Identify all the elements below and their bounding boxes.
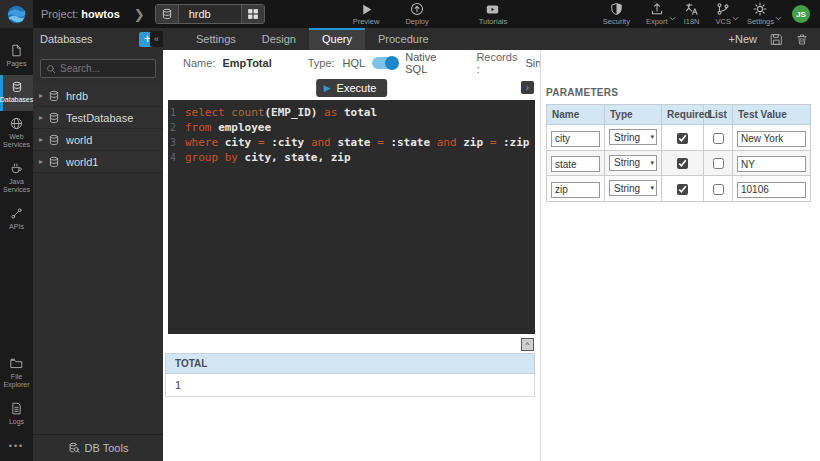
vcs-button[interactable]: VCS [715,2,730,26]
app-logo-icon[interactable] [0,0,33,28]
sidebar-item-label: APIs [9,223,24,231]
caret-right-icon[interactable]: ▸ [39,113,48,122]
type-option-hql[interactable]: HQL [343,57,366,69]
parameters-panel: PARAMETERS NameTypeRequiredListTest Valu… [540,50,820,461]
project-label: Project: [41,8,78,20]
param-required-checkbox[interactable] [677,158,688,169]
line-number: 3 [168,135,185,150]
param-type-select[interactable]: String▾ [609,129,657,145]
line-number: 1 [168,105,185,120]
tab-procedure[interactable]: Procedure [365,28,442,50]
sidebar-item-pages[interactable]: Pages [0,38,33,75]
collapse-panel-button[interactable]: « [150,31,163,47]
sidebar-item-apis[interactable]: APIs [0,201,33,238]
caret-right-icon[interactable]: ▸ [39,157,48,166]
topbar: Project:howtos ❯ hrdb PreviewDeployTutor… [0,0,820,28]
code-line: 2from employee [168,120,535,135]
sidebar-item-databases[interactable]: Databases [0,75,33,111]
parameter-row-zip: String▾ [547,176,811,202]
param-required-checkbox[interactable] [677,184,688,195]
collapse-results-button[interactable]: ^ [521,338,534,351]
export-button[interactable]: Export [646,2,668,26]
param-name-input[interactable] [551,182,600,198]
folder-icon [10,357,23,370]
settings-button[interactable]: Settings [747,2,774,26]
tab-design[interactable]: Design [249,28,309,50]
logs-icon [10,402,23,415]
param-name-input[interactable] [551,156,600,172]
db-tree-item-testdatabase[interactable]: ▸TestDatabase [33,107,163,129]
param-list-checkbox[interactable] [713,133,724,144]
results-table: TOTAL 1 [165,353,535,397]
param-column-name: Name [547,105,605,125]
databases-panel-title: Databases [40,33,93,45]
param-required-checkbox[interactable] [677,133,688,144]
type-toggle[interactable] [372,57,398,69]
type-option-native-sql[interactable]: Native SQL [405,51,436,75]
gear-icon [753,2,767,16]
deploy-icon [410,2,424,16]
tabbar: SettingsDesignQueryProcedure +New [163,28,820,50]
entity-tab-hrdb[interactable]: hrdb [155,4,265,24]
shield-icon [610,2,623,16]
breadcrumb-chevron-icon: ❯ [134,7,145,22]
db-tools-button[interactable]: DB Tools [33,434,163,461]
param-list-checkbox[interactable] [713,184,724,195]
tutorials-button[interactable]: Tutorials [479,3,507,26]
user-avatar[interactable]: JS [792,5,810,23]
parameters-table: NameTypeRequiredListTest Value String▾ S… [546,104,811,202]
database-tree: ▸hrdb▸TestDatabase▸world▸world1 [33,85,163,173]
sidebar-item-label: Logs [9,418,24,426]
param-type-select[interactable]: String▾ [609,155,657,171]
caret-right-icon[interactable]: ▸ [39,135,48,144]
param-column-type: Type [605,105,662,125]
translate-icon [685,2,699,16]
security-button[interactable]: Security [603,2,630,26]
database-search-input[interactable] [60,63,150,74]
name-label: Name: [183,57,215,69]
play-icon: ▶ [324,83,331,93]
sidebar-item-java-services[interactable]: Java Services [0,156,33,201]
wavemaker-studio-window: Project:howtos ❯ hrdb PreviewDeployTutor… [0,0,820,461]
branch-icon [716,2,730,16]
save-icon[interactable] [770,33,783,46]
project-breadcrumb[interactable]: Project:howtos [41,8,120,20]
param-test-value-input[interactable] [737,156,806,172]
param-list-checkbox[interactable] [713,158,724,169]
preview-button[interactable]: Preview [353,3,380,26]
expand-parameters-button[interactable]: › [521,81,534,94]
database-search[interactable] [40,59,156,78]
sidebar-item-label: Web Services [1,133,32,149]
db-tree-item-hrdb[interactable]: ▸hrdb [33,85,163,107]
deploy-label: Deploy [405,17,428,26]
sidebar-item-logs[interactable]: Logs [0,396,33,433]
sql-code-editor[interactable]: 1select count(EMP_ID) as total2from empl… [168,100,535,334]
param-name-input[interactable] [551,131,600,147]
sidebar-item-web-services[interactable]: Web Services [0,111,33,156]
trash-icon[interactable] [796,33,808,46]
i18n-label: I18N [684,17,700,26]
new-query-button[interactable]: +New [729,33,757,45]
tutorials-label: Tutorials [479,17,507,26]
execute-button[interactable]: ▶ Execute [316,79,388,97]
db-tree-item-world1[interactable]: ▸world1 [33,151,163,173]
query-name-value[interactable]: EmpTotal [222,57,271,69]
more-button[interactable]: ••• [0,433,33,461]
database-icon [156,5,179,23]
results-cell: 1 [165,374,535,397]
select-arrow-icon: ▾ [650,159,654,167]
sidebar-item-file-explorer[interactable]: File Explorer [0,351,33,396]
database-icon [11,81,23,93]
caret-right-icon[interactable]: ▸ [39,91,48,100]
tab-query[interactable]: Query [309,28,365,50]
grid-icon[interactable] [241,5,264,23]
deploy-button[interactable]: Deploy [405,2,428,26]
db-tree-item-world[interactable]: ▸world [33,129,163,151]
i18n-button[interactable]: I18N [684,2,700,26]
param-test-value-input[interactable] [737,131,806,147]
param-test-value-input[interactable] [737,182,806,198]
param-type-select[interactable]: String▾ [609,180,657,196]
execute-label: Execute [337,82,377,94]
left-rail: PagesDatabasesWeb ServicesJava ServicesA… [0,28,33,461]
tab-settings[interactable]: Settings [183,28,249,50]
